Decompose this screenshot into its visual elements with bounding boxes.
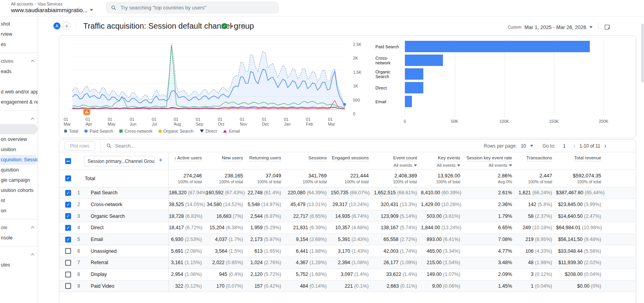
sidebar-item-rview[interactable]: rview — [0, 29, 38, 39]
sidebar-item-quisition[interactable]: quisition — [0, 165, 38, 175]
legend-item-organic-search[interactable]: Organic Search — [159, 129, 193, 133]
vertical-scrollbar[interactable] — [641, 24, 644, 82]
row-checkbox[interactable]: ✓ — [65, 237, 71, 243]
next-page-icon[interactable]: › — [604, 142, 606, 150]
metric-cell: 29,317 (13.24%) — [331, 202, 373, 207]
total-cell: 274,246100% of total — [169, 170, 206, 187]
bar-cross-network[interactable] — [405, 55, 604, 66]
table-row-display: 8Display2,954 (1.08%)945 (0.4%)2,120 (5.… — [59, 269, 636, 281]
previous-page-icon[interactable]: ‹ — [573, 142, 575, 150]
breadcrumb-all-accounts[interactable]: All accounts — [11, 2, 33, 6]
sidebar-item-nsole[interactable]: nsole — [0, 233, 38, 243]
chevron-down-icon[interactable] — [530, 145, 533, 147]
sidebar-item-utes[interactable]: utes — [0, 260, 38, 270]
metric-cell: 42,003 (1.74%) — [373, 248, 421, 254]
add-comparison-icon[interactable]: + — [63, 22, 71, 30]
total-cell: 221,444100% of total — [331, 170, 373, 187]
column-header-key-events[interactable]: Key eventsAll events — [421, 152, 464, 170]
row-checkbox[interactable]: ✓ — [65, 190, 71, 196]
column-subheader[interactable]: All events — [393, 163, 417, 168]
breadcrumb-account[interactable]: Visa Services — [38, 2, 62, 6]
bar-paid-search[interactable] — [405, 41, 604, 52]
sidebar-item-eads[interactable]: eads — [0, 66, 38, 77]
add-dimension-button[interactable]: + — [159, 156, 163, 164]
sidebar-item-ctives[interactable]: ctives — [0, 56, 38, 66]
row-checkbox[interactable] — [65, 272, 71, 277]
sidebar-item[interactable] — [0, 250, 38, 260]
column-header-engaged-sessions[interactable]: Engaged sessions — [331, 152, 373, 170]
row-checkbox[interactable]: ✓ — [65, 213, 71, 219]
insights-panel-icon[interactable] — [604, 24, 611, 31]
legend-item-total[interactable]: Total — [64, 129, 78, 133]
global-search-input[interactable] — [121, 5, 274, 11]
table-search[interactable] — [106, 143, 484, 149]
metric-percent: (6.72%) — [185, 225, 203, 230]
legend-item-email[interactable]: Email — [223, 129, 240, 133]
x-tick-label: 01 Mar — [328, 117, 341, 126]
goto-page-input[interactable] — [559, 143, 569, 149]
row-checkbox[interactable] — [65, 248, 71, 254]
column-header-active-users[interactable]: ↓Active users — [169, 152, 206, 170]
plot-rows-button[interactable]: Plot rows — [64, 141, 95, 151]
total-cell: $592,074.35100% of total — [556, 170, 605, 187]
bar-organic-search[interactable] — [405, 68, 604, 80]
column-header-sessions[interactable]: Sessions — [285, 152, 331, 170]
bar-chart[interactable]: Paid SearchCross-networkOrganic SearchDi… — [375, 36, 619, 130]
checkmark-badge-icon[interactable]: ✓ — [221, 23, 227, 29]
property-switcher[interactable]: www.saudiarabiaimmigratio... — [11, 7, 93, 13]
sidebar-item-gle-campaign[interactable]: gle campaign — [0, 175, 38, 185]
column-header-total-revenue[interactable]: Total revenue — [556, 152, 605, 170]
avatar[interactable]: A — [53, 22, 60, 29]
breadcrumb[interactable]: All accounts › Visa Services — [11, 2, 62, 6]
bar-email[interactable] — [405, 96, 604, 107]
column-header-returning-users[interactable]: Returning users — [247, 152, 285, 170]
bar-direct[interactable] — [405, 82, 604, 93]
sidebar-item-on[interactable]: on — [0, 206, 38, 216]
select-all-checkbox[interactable] — [65, 158, 71, 164]
sidebar-divider — [0, 53, 38, 53]
metric-percent: (1.65%) — [264, 248, 281, 254]
chevron-down-icon[interactable] — [231, 26, 234, 27]
row-checkbox[interactable] — [65, 260, 71, 266]
sidebar-item[interactable] — [0, 114, 38, 124]
column-header-new-users[interactable]: New users — [206, 152, 247, 170]
sidebar-item-label: quisition — [1, 167, 19, 173]
global-search[interactable] — [106, 2, 279, 14]
legend-marker-icon — [158, 129, 162, 133]
metric-cell: 170 (0.07%) — [206, 283, 247, 289]
sidebar-item-shot[interactable]: shot — [0, 19, 38, 29]
column-header-transactions[interactable]: Transactions — [516, 152, 556, 170]
sidebar-item[interactable] — [0, 124, 38, 134]
sidebar-item[interactable] — [0, 77, 38, 87]
sidebar-item-on-overview[interactable]: on overview — [0, 134, 38, 144]
legend-item-paid-search[interactable]: Paid Search — [84, 129, 113, 133]
sidebar-item-d-web-and-or-app-t[interactable]: d web and/or app t... — [0, 87, 38, 97]
sidebar-item-uisition[interactable]: uisition — [0, 144, 38, 155]
total-row-checkbox[interactable]: ✓ — [65, 175, 71, 181]
column-header-event-count[interactable]: Event countAll events — [373, 152, 421, 170]
sidebar-item-uisition-cohorts[interactable]: uisition cohorts — [0, 185, 38, 195]
sidebar-item-engagement-rete[interactable]: engagement & rete... — [0, 97, 38, 107]
metric-percent: (60.39%) — [441, 190, 461, 195]
table-search-input[interactable] — [115, 143, 209, 149]
column-subheader[interactable]: All events — [488, 163, 512, 168]
sidebar-item-cquisition-session[interactable]: cquisition: Session... — [0, 155, 38, 165]
column-header-session-key-event-rate[interactable]: Session key event rateAll events — [464, 152, 516, 170]
sidebar-item-nt[interactable]: nt — [0, 195, 38, 206]
rows-per-page-value[interactable]: 10 — [521, 143, 526, 149]
sidebar-item-es[interactable]: es — [0, 39, 38, 49]
sidebar-item-ole[interactable]: ole — [0, 223, 38, 233]
metric-percent: (68.61%) — [397, 190, 417, 195]
column-subheader[interactable]: All events — [437, 163, 460, 168]
date-range-picker[interactable]: Custom Mar 1, 2025 - Mar 26, 2026 — [508, 23, 611, 31]
row-checkbox[interactable]: ✓ — [65, 202, 71, 208]
add-icon[interactable]: + — [239, 22, 247, 30]
row-checkbox[interactable]: ✓ — [65, 225, 71, 231]
dimension-dropdown[interactable]: Session primary...Channel Group) — [84, 156, 155, 166]
row-checkbox[interactable] — [65, 283, 71, 289]
legend-item-cross-network[interactable]: Cross-network — [119, 129, 152, 133]
legend-item-direct[interactable]: Direct — [200, 129, 217, 133]
anomaly-marker-icon[interactable] — [84, 109, 90, 115]
line-chart[interactable] — [63, 40, 354, 114]
sidebar-item-label: rview — [1, 31, 12, 37]
